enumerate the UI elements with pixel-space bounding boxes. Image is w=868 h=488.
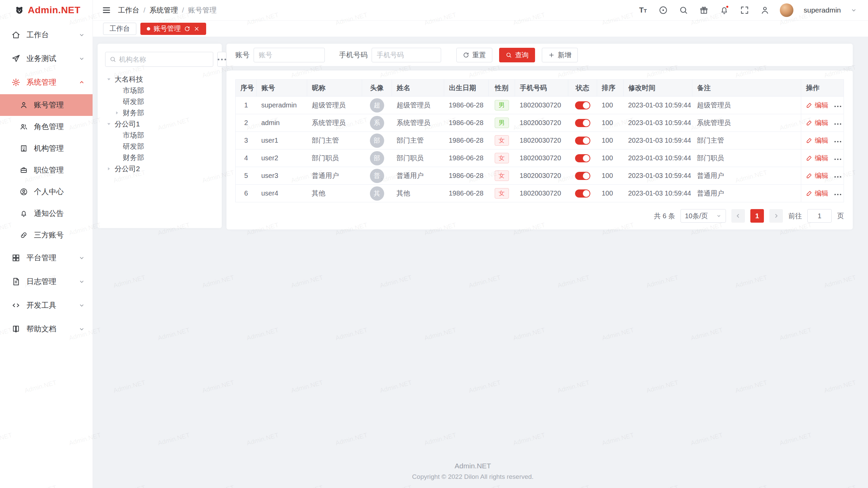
cell-gender: 女 bbox=[489, 185, 515, 202]
more-actions-button[interactable] bbox=[834, 123, 841, 125]
caret-down-icon[interactable] bbox=[105, 76, 113, 83]
cell-phone: 18020030720 bbox=[515, 132, 568, 149]
sidebar-item-org-management[interactable]: 机构管理 bbox=[0, 138, 93, 159]
cell-actions: 编辑 bbox=[801, 132, 844, 149]
refresh-icon[interactable] bbox=[184, 26, 190, 32]
page-number-button[interactable]: 1 bbox=[750, 209, 764, 223]
more-actions-button[interactable] bbox=[834, 194, 841, 195]
page-size-select[interactable]: 10条/页 bbox=[680, 209, 726, 223]
status-toggle[interactable] bbox=[575, 137, 590, 145]
tree-node[interactable]: 大名科技 bbox=[105, 74, 214, 85]
phone-input[interactable] bbox=[372, 48, 441, 62]
edit-button[interactable]: 编辑 bbox=[806, 154, 828, 163]
sidebar-item-dev-tools[interactable]: 开发工具 bbox=[0, 293, 93, 317]
fullscreen-button[interactable] bbox=[739, 5, 750, 16]
org-more-button[interactable] bbox=[217, 52, 226, 67]
col-header-avatar: 头像 bbox=[362, 80, 392, 97]
status-toggle[interactable] bbox=[575, 172, 590, 180]
caret-right-icon[interactable] bbox=[113, 109, 121, 117]
status-toggle[interactable] bbox=[575, 119, 590, 127]
cell-account: user1 bbox=[257, 132, 307, 149]
profile-button[interactable] bbox=[760, 5, 770, 16]
edit-button[interactable]: 编辑 bbox=[806, 171, 828, 180]
sidebar-item-personal-center[interactable]: 个人中心 bbox=[0, 181, 93, 203]
tree-node[interactable]: 分公司2 bbox=[105, 163, 214, 174]
search-button[interactable] bbox=[678, 5, 689, 16]
cell-actions: 编辑 bbox=[801, 185, 844, 202]
status-toggle[interactable] bbox=[575, 101, 590, 109]
close-icon[interactable] bbox=[194, 26, 200, 32]
avatar: 超 bbox=[370, 98, 384, 113]
more-actions-button[interactable] bbox=[834, 176, 841, 178]
tree-node[interactable]: 财务部 bbox=[105, 107, 214, 118]
cell-birthdate: 1986-06-28 bbox=[444, 97, 489, 114]
send-icon bbox=[12, 54, 20, 63]
sidebar-item-third-party-account[interactable]: 三方账号 bbox=[0, 224, 93, 246]
tree-node[interactable]: 财务部 bbox=[105, 152, 214, 163]
gift-button[interactable] bbox=[698, 5, 709, 16]
tab-account-management[interactable]: 账号管理 bbox=[140, 23, 206, 35]
cell-avatar: 其 bbox=[362, 185, 392, 202]
more-actions-button[interactable] bbox=[834, 159, 841, 160]
more-actions-button[interactable] bbox=[834, 106, 841, 107]
sidebar-menu: 工作台 业务测试 系统管理 账号管理 角色管理 bbox=[0, 20, 93, 488]
user-avatar[interactable] bbox=[780, 3, 793, 17]
chevron-right-icon bbox=[773, 213, 779, 219]
org-search-input[interactable] bbox=[119, 56, 209, 63]
notifications-button[interactable] bbox=[719, 5, 730, 16]
goto-page-input[interactable] bbox=[807, 209, 832, 223]
tree-node[interactable]: 研发部 bbox=[105, 96, 214, 107]
sidebar-item-label: 机构管理 bbox=[34, 143, 64, 154]
cell-status bbox=[568, 132, 597, 149]
edit-button[interactable]: 编辑 bbox=[806, 101, 828, 110]
status-toggle[interactable] bbox=[575, 189, 590, 198]
hamburger-menu-icon[interactable] bbox=[102, 5, 111, 15]
edit-button[interactable]: 编辑 bbox=[806, 136, 828, 145]
tab-label: 工作台 bbox=[110, 24, 130, 33]
sidebar-item-workbench[interactable]: 工作台 bbox=[0, 23, 93, 47]
sidebar-item-platform-management[interactable]: 平台管理 bbox=[0, 246, 93, 270]
username[interactable]: superadmin bbox=[804, 6, 841, 14]
cell-name: 部门主管 bbox=[392, 132, 444, 149]
tree-node[interactable]: 分公司1 bbox=[105, 118, 214, 129]
tree-node[interactable]: 市场部 bbox=[105, 85, 214, 96]
tree-node[interactable]: 市场部 bbox=[105, 129, 214, 141]
building-icon bbox=[20, 144, 28, 152]
edit-button[interactable]: 编辑 bbox=[806, 189, 828, 198]
next-page-button[interactable] bbox=[769, 209, 783, 223]
sidebar-item-system-management[interactable]: 系统管理 bbox=[0, 70, 93, 94]
tree-node[interactable]: 研发部 bbox=[105, 141, 214, 152]
tab-workbench[interactable]: 工作台 bbox=[103, 23, 136, 35]
account-input[interactable] bbox=[254, 48, 325, 62]
sidebar-item-position-management[interactable]: 职位管理 bbox=[0, 159, 93, 181]
accounts-table-card: 序号 账号 昵称 头像 姓名 出生日期 性别 手机号码 状态 排序 修改时间 bbox=[226, 70, 853, 229]
prev-page-button[interactable] bbox=[731, 209, 745, 223]
caret-spacer bbox=[113, 98, 121, 105]
tree-node-label: 研发部 bbox=[123, 97, 144, 106]
sidebar-item-business-test[interactable]: 业务测试 bbox=[0, 47, 93, 70]
search-button[interactable]: 查询 bbox=[499, 48, 535, 62]
font-size-button[interactable]: TT bbox=[637, 5, 648, 16]
caret-down-icon[interactable] bbox=[105, 120, 113, 128]
status-toggle[interactable] bbox=[575, 154, 590, 162]
sidebar-item-label: 日志管理 bbox=[26, 277, 72, 287]
sidebar-item-notice[interactable]: 通知公告 bbox=[0, 203, 93, 224]
reset-button[interactable]: 重置 bbox=[456, 48, 492, 62]
breadcrumb-item[interactable]: 系统管理 bbox=[150, 5, 178, 15]
sidebar-item-role-management[interactable]: 角色管理 bbox=[0, 116, 93, 138]
sidebar-item-account-management[interactable]: 账号管理 bbox=[0, 94, 93, 116]
cell-phone: 18020030720 bbox=[515, 185, 568, 202]
more-actions-button[interactable] bbox=[834, 141, 841, 142]
chevron-down-icon[interactable] bbox=[850, 7, 857, 14]
logo[interactable]: Admin.NET bbox=[0, 0, 93, 20]
breadcrumb-item[interactable]: 工作台 bbox=[118, 5, 139, 15]
col-header-modified: 修改时间 bbox=[624, 80, 692, 97]
caret-right-icon[interactable] bbox=[105, 165, 113, 172]
edit-button[interactable]: 编辑 bbox=[806, 118, 828, 127]
sidebar-item-help-docs[interactable]: 帮助文档 bbox=[0, 317, 93, 341]
theme-button[interactable] bbox=[658, 5, 669, 16]
col-header-index: 序号 bbox=[236, 80, 257, 97]
sidebar-item-label: 业务测试 bbox=[26, 54, 72, 64]
add-button[interactable]: 新增 bbox=[542, 48, 578, 62]
sidebar-item-log-management[interactable]: 日志管理 bbox=[0, 270, 93, 293]
